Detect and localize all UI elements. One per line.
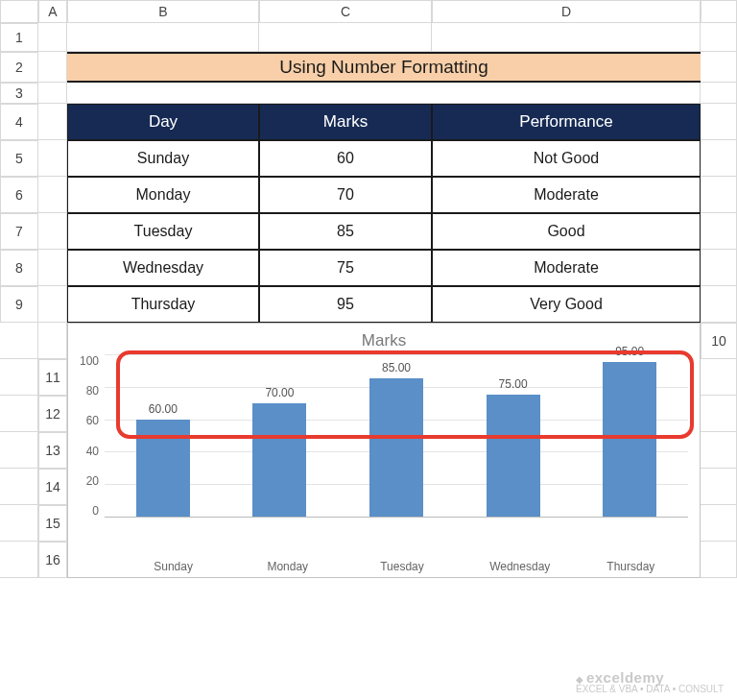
row-header-8[interactable]: 8: [0, 250, 38, 286]
table-cell-marks[interactable]: 85: [259, 213, 432, 250]
spreadsheet-grid: A B C D 1 2 Using Number Formatting 3 4 …: [0, 0, 737, 578]
cell[interactable]: [701, 432, 737, 469]
chart-plot-area: 60.0070.0085.0075.0095.00: [105, 354, 688, 518]
table-cell-perf[interactable]: Moderate: [432, 177, 701, 213]
table-cell-perf[interactable]: Good: [432, 213, 701, 250]
table-header-marks[interactable]: Marks: [259, 104, 432, 140]
row-header-12[interactable]: 12: [38, 396, 67, 432]
chart-bars: 60.0070.0085.0075.0095.00: [105, 354, 688, 517]
cell[interactable]: [701, 23, 737, 52]
cell[interactable]: [701, 469, 737, 505]
row-header-16[interactable]: 16: [38, 542, 67, 578]
cell[interactable]: [701, 140, 737, 177]
cell[interactable]: [701, 286, 737, 323]
table-cell-day[interactable]: Tuesday: [67, 213, 259, 250]
cell[interactable]: [38, 140, 67, 177]
table-cell-marks[interactable]: 60: [259, 140, 432, 177]
cell[interactable]: [0, 469, 38, 505]
table-cell-marks[interactable]: 75: [259, 250, 432, 286]
cell[interactable]: [701, 213, 737, 250]
table-cell-perf[interactable]: Not Good: [432, 140, 701, 177]
col-header-b[interactable]: B: [67, 0, 259, 23]
row-header-5[interactable]: 5: [0, 140, 38, 177]
col-header-a[interactable]: A: [38, 0, 67, 23]
cell[interactable]: [38, 52, 67, 83]
table-cell-perf[interactable]: Very Good: [432, 286, 701, 323]
cell[interactable]: [38, 104, 67, 140]
row-header-3[interactable]: 3: [0, 83, 38, 104]
cell[interactable]: [38, 213, 67, 250]
watermark: ◆ exceldemy EXCEL & VBA • DATA • CONSULT: [576, 670, 724, 694]
chart-bar[interactable]: 70.00: [252, 354, 306, 517]
row-header-14[interactable]: 14: [38, 469, 67, 505]
table-cell-day[interactable]: Thursday: [67, 286, 259, 323]
chart-data-label: 70.00: [265, 386, 294, 399]
ytick: 20: [86, 474, 99, 488]
chart-bar[interactable]: 95.00: [603, 354, 656, 517]
table-header-performance[interactable]: Performance: [432, 104, 701, 140]
table-cell-day[interactable]: Monday: [67, 177, 259, 213]
cell[interactable]: [38, 23, 67, 52]
cell[interactable]: [38, 323, 67, 359]
cell[interactable]: [701, 83, 737, 104]
row-header-13[interactable]: 13: [38, 432, 67, 469]
chart-bar[interactable]: 75.00: [487, 354, 540, 517]
cell[interactable]: [701, 505, 737, 542]
table-cell-day[interactable]: Sunday: [67, 140, 259, 177]
cell[interactable]: [38, 250, 67, 286]
cell[interactable]: [701, 542, 737, 578]
row-header-6[interactable]: 6: [0, 177, 38, 213]
cell[interactable]: [701, 177, 737, 213]
row-header-9[interactable]: 9: [0, 286, 38, 323]
chart-yaxis: 100 80 60 40 20 0: [80, 354, 105, 518]
cell[interactable]: [701, 359, 737, 396]
grid-corner[interactable]: [0, 0, 38, 23]
chart-data-label: 95.00: [615, 345, 644, 358]
cell[interactable]: [0, 323, 38, 359]
row-header-1[interactable]: 1: [0, 23, 38, 52]
cell[interactable]: [38, 177, 67, 213]
col-header-d[interactable]: D: [432, 0, 701, 23]
row-header-15[interactable]: 15: [38, 505, 67, 542]
xtick: Monday: [261, 560, 315, 573]
cell[interactable]: [38, 286, 67, 323]
row-header-7[interactable]: 7: [0, 213, 38, 250]
cell[interactable]: [0, 505, 38, 542]
chart-bar[interactable]: 60.00: [136, 354, 190, 517]
table-cell-day[interactable]: Wednesday: [67, 250, 259, 286]
cell[interactable]: [701, 396, 737, 432]
cell[interactable]: [0, 359, 38, 396]
cell[interactable]: [701, 250, 737, 286]
row-header-4[interactable]: 4: [0, 104, 38, 140]
table-cell-marks[interactable]: 95: [259, 286, 432, 323]
col-header-next[interactable]: [701, 0, 737, 23]
col-header-c[interactable]: C: [259, 0, 432, 23]
cell[interactable]: [0, 432, 38, 469]
cell[interactable]: [67, 83, 701, 104]
row-header-11[interactable]: 11: [38, 359, 67, 396]
cell[interactable]: [432, 23, 701, 52]
cell[interactable]: [701, 52, 737, 83]
ytick: 60: [86, 414, 99, 427]
xtick: Sunday: [147, 560, 201, 573]
ytick: 100: [80, 354, 99, 368]
table-cell-marks[interactable]: 70: [259, 177, 432, 213]
row-header-10[interactable]: 10: [701, 323, 737, 359]
title-banner[interactable]: Using Number Formatting: [67, 52, 701, 83]
chart[interactable]: Marks 100 80 60 40 20 0 60.0070.0085.007…: [67, 323, 701, 578]
chart-title: Marks: [80, 331, 688, 350]
xtick: Wednesday: [489, 560, 543, 573]
cell[interactable]: [0, 542, 38, 578]
table-header-day[interactable]: Day: [67, 104, 259, 140]
cell[interactable]: [259, 23, 432, 52]
chart-data-label: 85.00: [382, 361, 411, 374]
cell[interactable]: [67, 23, 259, 52]
table-cell-perf[interactable]: Moderate: [432, 250, 701, 286]
chart-xaxis: SundayMondayTuesdayWednesdayThursday: [116, 560, 688, 573]
chart-data-label: 60.00: [149, 402, 178, 416]
cell[interactable]: [0, 396, 38, 432]
chart-bar[interactable]: 85.00: [369, 354, 423, 517]
row-header-2[interactable]: 2: [0, 52, 38, 83]
cell[interactable]: [701, 104, 737, 140]
cell[interactable]: [38, 83, 67, 104]
